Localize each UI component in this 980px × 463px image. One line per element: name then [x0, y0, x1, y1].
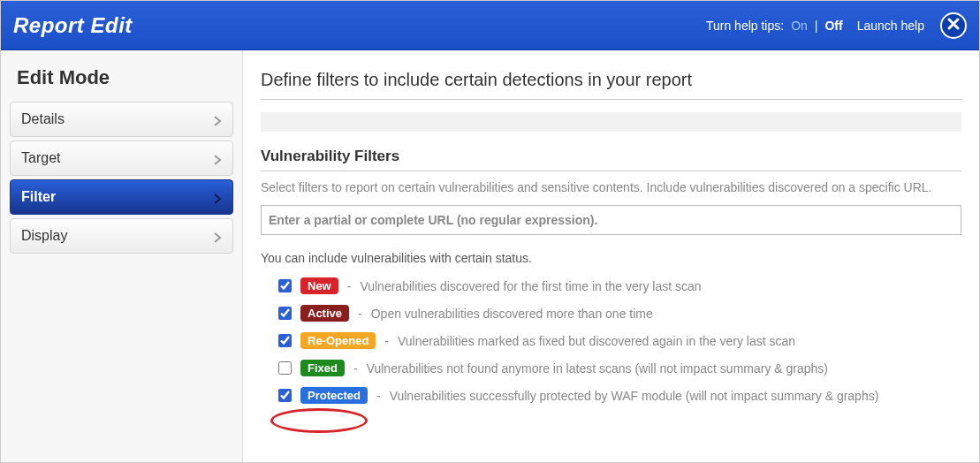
help-tips-separator: | [815, 19, 818, 33]
close-button[interactable] [940, 12, 967, 39]
dash: - [347, 279, 352, 293]
status-checkbox-fixed[interactable] [278, 361, 292, 375]
status-checkbox-active[interactable] [278, 307, 292, 320]
status-badge-active: Active [300, 305, 349, 322]
status-intro: You can include vulnerabilities with cer… [261, 251, 961, 265]
help-tips-off[interactable]: Off [824, 19, 842, 33]
status-desc-protected: Vulnerabilities successfully protected b… [390, 389, 879, 403]
sidebar-item-display[interactable]: Display [10, 218, 233, 254]
dash: - [353, 361, 358, 376]
chevron-right-icon [213, 115, 222, 124]
vuln-filters-desc: Select filters to report on certain vuln… [261, 180, 961, 194]
status-badge-fixed: Fixed [300, 360, 345, 376]
help-tips-on[interactable]: On [791, 19, 808, 33]
vuln-filters-title: Vulnerability Filters [261, 148, 961, 171]
main-title: Define filters to include certain detect… [261, 70, 961, 100]
status-row-new: New - Vulnerabilities discovered for the… [261, 277, 961, 294]
sidebar-item-label: Details [21, 111, 65, 127]
dash: - [376, 389, 381, 403]
status-badge-protected: Protected [300, 387, 368, 404]
chevron-right-icon [213, 231, 222, 240]
status-row-protected: Protected - Vulnerabilities successfully… [261, 387, 961, 404]
status-desc-new: Vulnerabilities discovered for the first… [360, 279, 701, 293]
sidebar-item-label: Display [21, 228, 67, 244]
body: Edit Mode Details Target Filter Display … [1, 50, 979, 463]
status-checkbox-protected[interactable] [278, 389, 292, 402]
status-badge-new: New [300, 277, 338, 294]
chevron-right-icon [213, 193, 222, 201]
highlight-ring [270, 408, 368, 433]
dash: - [358, 307, 362, 321]
header-right: Turn help tips: On | Off Launch help [706, 12, 967, 39]
sidebar-item-label: Filter [21, 189, 56, 205]
sidebar-title: Edit Mode [17, 66, 226, 89]
sidebar-item-target[interactable]: Target [10, 140, 233, 176]
gray-strip [261, 112, 961, 132]
sidebar-item-label: Target [21, 150, 60, 166]
dash: - [384, 334, 389, 348]
chevron-right-icon [213, 154, 222, 163]
status-badge-reopened: Re-Opened [300, 332, 376, 349]
launch-help-link[interactable]: Launch help [857, 19, 924, 33]
status-row-active: Active - Open vulnerabilities discovered… [261, 305, 961, 322]
sidebar-item-details[interactable]: Details [10, 102, 233, 137]
statuses-container: New - Vulnerabilities discovered for the… [261, 277, 961, 404]
status-desc-reopened: Vulnerabilities marked as fixed but disc… [398, 334, 795, 348]
page-title: Report Edit [13, 13, 133, 38]
main-panel: Define filters to include certain detect… [243, 50, 979, 463]
header-bar: Report Edit Turn help tips: On | Off Lau… [1, 1, 979, 50]
sidebar-item-filter[interactable]: Filter [10, 179, 233, 215]
status-checkbox-reopened[interactable] [278, 334, 292, 347]
help-tips-label: Turn help tips: [706, 19, 784, 33]
sidebar: Edit Mode Details Target Filter Display [1, 50, 243, 463]
url-filter-input[interactable] [261, 205, 961, 235]
status-row-reopened: Re-Opened - Vulnerabilities marked as fi… [261, 332, 961, 349]
status-desc-active: Open vulnerabilities discovered more tha… [371, 307, 653, 321]
close-icon [947, 18, 960, 33]
status-desc-fixed: Vulnerabilities not found anymore in lat… [367, 361, 828, 376]
status-row-fixed: Fixed - Vulnerabilities not found anymor… [261, 360, 961, 376]
status-checkbox-new[interactable] [278, 279, 292, 292]
